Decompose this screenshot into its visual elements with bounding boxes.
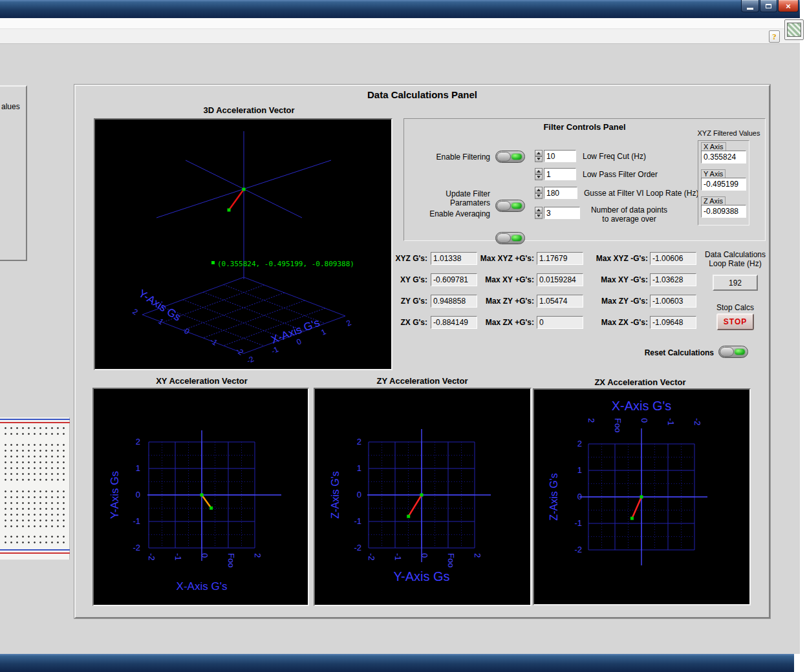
average-points-spinner[interactable] — [535, 207, 543, 219]
loop-rate-label: Data Calculations Loop Rate (Hz) — [680, 250, 790, 268]
labview-panel-icon[interactable] — [784, 19, 804, 40]
low-freq-cut-spinner[interactable] — [535, 150, 543, 162]
zx-gs-label: ZX G's: — [374, 318, 427, 327]
breadboard-red-rail-top — [0, 422, 70, 423]
toggle-knob-icon — [497, 201, 511, 211]
svg-text:0: 0 — [200, 553, 210, 558]
filter-order-spinner[interactable] — [535, 168, 543, 180]
spin-down-button[interactable] — [535, 174, 543, 181]
breadboard-blue-rail-bottom — [0, 549, 70, 551]
vector-endpoint-marker — [630, 517, 634, 520]
zy-graph-title: ZY Acceleration Vector — [358, 377, 487, 386]
y-axis-label: Y Axis — [701, 169, 726, 178]
svg-text:1: 1 — [357, 463, 361, 473]
stop-calcs-label: Stop Calcs — [696, 303, 774, 312]
svg-text:2: 2 — [577, 439, 582, 448]
graph-3d-svg: 2 1 0 -1 -2 -2 -1 0 1 2 Y-Axis Gs X-Axis… — [95, 120, 391, 369]
max-zy-pos-label: Max ZY +G's: — [468, 297, 534, 306]
svg-text:0: 0 — [295, 337, 303, 347]
max-xy-pos-value: 0.0159284 — [537, 273, 583, 286]
y-axis-ticks: 2 1 0 -1 -2 — [574, 439, 582, 554]
breadboard-dots-lower — [3, 488, 66, 529]
vector-endpoint-marker — [242, 188, 246, 191]
x-axis-ticks: -2 -1 0 Foo 2 — [367, 553, 482, 567]
max-zx-pos-value: 0 — [537, 316, 583, 329]
help-icon: ? — [772, 32, 777, 42]
toggle-knob-icon — [720, 347, 734, 357]
loop-rate-guess-input[interactable] — [544, 187, 577, 199]
svg-text:0: 0 — [640, 418, 649, 423]
enable-filtering-toggle[interactable] — [495, 151, 525, 163]
zero-axes — [579, 428, 707, 565]
spin-down-button[interactable] — [535, 213, 543, 220]
average-points-label-line1: Number of data points — [576, 205, 682, 215]
x-axis-title-3d: X-Axis G's — [270, 317, 321, 346]
average-points-input[interactable] — [544, 207, 580, 219]
svg-text:0: 0 — [136, 490, 140, 499]
svg-text:0: 0 — [577, 492, 582, 501]
spin-down-icon — [537, 158, 541, 160]
window-bottom-border — [0, 654, 794, 672]
update-filter-params-label: Update Filter Paramaters — [404, 189, 490, 207]
filtered-values-group: X Axis 0.355824 Y Axis -0.495199 Z Axis … — [698, 140, 749, 226]
panel-title: Data Calculations Panel — [76, 90, 769, 100]
enable-filtering-label: Enable Filtering — [404, 152, 490, 162]
zx-vector-line — [632, 497, 641, 518]
minimize-button[interactable] — [741, 0, 759, 12]
y-axis-ticks: 2 1 0 -1 -2 — [133, 437, 140, 552]
minimize-icon — [747, 8, 753, 10]
max-xyz-pos-value: 1.17679 — [537, 252, 583, 265]
help-button[interactable]: ? — [769, 30, 780, 43]
y-axis-filtered-value: -0.495199 — [701, 178, 746, 191]
svg-text:-1: -1 — [574, 518, 582, 528]
zx-graph-svg: 2 1 0 -1 -2 2 Foo 0 -1 -2 X-Axis G's Z-A… — [534, 390, 749, 604]
spin-down-button[interactable] — [535, 156, 543, 163]
window-titlebar[interactable]: × — [0, 0, 800, 18]
svg-text:1: 1 — [319, 327, 327, 337]
spin-up-button[interactable] — [535, 168, 543, 174]
filtered-values-title: XYZ Filtered Values — [683, 129, 774, 138]
spin-down-button[interactable] — [535, 193, 543, 200]
svg-text:-2: -2 — [245, 354, 255, 365]
svg-text:-2: -2 — [147, 553, 156, 561]
svg-text:-1: -1 — [270, 344, 280, 355]
update-filter-params-toggle[interactable] — [495, 200, 525, 212]
loop-rate-label-line2: Loop Rate (Hz) — [680, 259, 790, 268]
svg-text:Foo: Foo — [226, 553, 236, 567]
vector-endpoint-marker — [640, 496, 643, 499]
data-calculations-panel: Data Calculations Panel 3D Acceleration … — [74, 85, 770, 618]
filter-order-input[interactable] — [544, 168, 576, 180]
spin-up-button[interactable] — [535, 187, 543, 193]
toolbar — [0, 29, 800, 44]
reset-calculations-toggle[interactable] — [718, 346, 748, 358]
axes-3d — [156, 131, 331, 279]
max-xy-neg-value: -1.03628 — [650, 273, 696, 286]
reset-calculations-label: Reset Calculations — [622, 348, 714, 357]
svg-text:2: 2 — [136, 437, 140, 446]
spin-up-icon — [537, 209, 541, 211]
maximize-button[interactable] — [760, 0, 777, 12]
stop-button[interactable]: STOP — [716, 313, 754, 330]
graph-3d-plot: 2 1 0 -1 -2 -2 -1 0 1 2 Y-Axis Gs X-Axis… — [94, 118, 393, 370]
svg-text:1: 1 — [136, 463, 140, 473]
close-icon: × — [786, 2, 791, 10]
loop-rate-guess-spinner[interactable] — [535, 187, 543, 199]
svg-text:-2: -2 — [133, 543, 140, 552]
spin-up-button[interactable] — [535, 207, 543, 213]
low-freq-cut-input[interactable] — [544, 150, 576, 162]
svg-text:-2: -2 — [693, 418, 702, 426]
zx-graph-title: ZX Acceleration Vector — [576, 378, 705, 387]
close-button[interactable]: × — [778, 0, 799, 12]
enable-averaging-toggle[interactable] — [495, 232, 525, 244]
left-partial-panel: alues — [0, 85, 27, 261]
z-axis-label: Z Axis — [701, 196, 726, 205]
cursor-coordinates-text: (0.355824, -0.495199, -0.809388) — [217, 260, 354, 268]
toggle-knob-icon — [497, 152, 511, 162]
x-axis-ticks: 2 Foo 0 -1 -2 — [586, 418, 702, 432]
spin-up-button[interactable] — [535, 150, 543, 156]
vector-3d-line — [229, 189, 244, 210]
average-points-label-line2: to average over — [576, 215, 682, 224]
svg-text:Foo: Foo — [446, 553, 456, 567]
max-xy-pos-label: Max XY +G's: — [468, 275, 534, 284]
max-zx-neg-label: Max ZX -G's: — [582, 318, 648, 327]
